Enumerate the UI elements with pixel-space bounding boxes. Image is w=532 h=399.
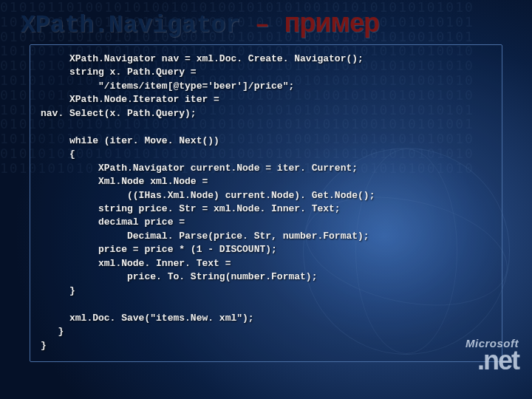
title-main: XPath.Navigator — [21, 12, 240, 39]
logo-product: .net — [466, 349, 519, 372]
microsoft-dotnet-logo: Microsoft .net — [466, 337, 519, 372]
code-panel: XPath.Navigator nav = xml.Doc. Create. N… — [30, 44, 502, 362]
code-content: XPath.Navigator nav = xml.Doc. Create. N… — [41, 52, 491, 352]
slide-title: XPath.Navigator – пример — [21, 7, 379, 39]
title-suffix: пример — [284, 7, 380, 38]
title-dash: – — [255, 12, 270, 39]
